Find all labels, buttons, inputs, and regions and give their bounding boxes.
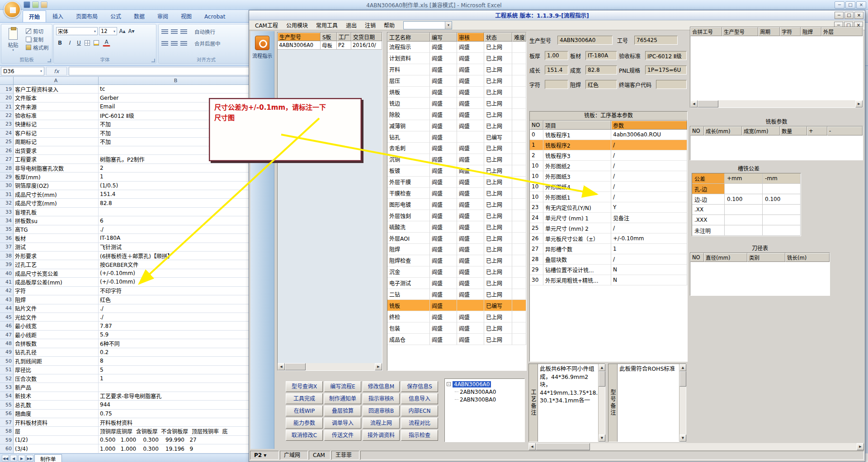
process-row[interactable]: 电子测试 阎盛 阎盛 已上网 <box>387 278 526 289</box>
cell-a[interactable]: 文件来源 <box>14 103 99 111</box>
scroll-right-icon[interactable]: ▶ <box>855 100 863 107</box>
ribbon-tab[interactable]: 公式 <box>104 10 127 22</box>
process-row[interactable]: 层压 阎盛 阎盛 已上网 <box>387 75 526 87</box>
tree-item[interactable]: 2ABN300BA0 <box>455 396 523 403</box>
cell-a[interactable]: 板材 <box>14 234 99 243</box>
cell-b[interactable]: 944 <box>99 401 253 409</box>
model-remark-scrollbar[interactable]: ▲ ▼ <box>679 364 686 442</box>
action-button[interactable]: 取消修改C <box>286 430 323 441</box>
scroll-right-icon[interactable]: ▶ <box>857 443 864 450</box>
col-no[interactable]: NO <box>690 253 704 262</box>
paste-button[interactable]: 粘贴 ▾ <box>3 26 23 58</box>
cell-b[interactable] <box>99 383 253 392</box>
param-row[interactable]: 23 有无内定位孔(Y/N) Y <box>530 202 687 213</box>
slot-tolerance-row[interactable]: .XX <box>692 205 801 215</box>
excel-vertical-scrollbar[interactable] <box>865 66 868 453</box>
copy-button[interactable]: 复制 <box>24 35 51 43</box>
menu-item[interactable]: CAM工程 <box>251 20 282 30</box>
ribbon-tab[interactable]: 视图 <box>175 10 198 22</box>
menu-item[interactable]: 帮助 <box>380 20 399 30</box>
status-network[interactable]: 广域网 <box>280 451 308 460</box>
cell-a[interactable]: 孔到线间距 <box>14 357 99 365</box>
cell-b[interactable]: 7.87 <box>99 322 253 330</box>
prev-sheet-icon[interactable]: ◀ <box>10 455 17 462</box>
cell-a[interactable]: (1/2) <box>14 436 99 444</box>
combine-hscrollbar[interactable]: ◀ ▶ <box>690 100 863 107</box>
row-number[interactable]: 31 <box>0 190 14 199</box>
scroll-up-icon[interactable]: ▲ <box>599 364 605 371</box>
length-field[interactable]: 151.4 <box>545 65 568 75</box>
action-button[interactable]: 流程对比 <box>401 418 438 429</box>
row-number[interactable]: 45 <box>0 313 14 322</box>
scroll-thumb[interactable] <box>599 371 605 387</box>
param-row[interactable]: 26 单元板尺寸公差（±） +/-0.10mm <box>530 233 687 244</box>
ribbon-tab[interactable]: 数据 <box>127 10 151 22</box>
cell-a[interactable]: 光绘文件 <box>14 313 99 322</box>
row-number[interactable]: 34 <box>0 216 14 225</box>
action-button[interactable]: 调单导入 <box>324 418 361 429</box>
param-row[interactable]: 0 铣板程序1 4abn3006a0.ROU <box>530 130 687 140</box>
first-sheet-icon[interactable]: ◀◀ <box>2 455 9 462</box>
row-number[interactable]: 22 <box>0 111 14 120</box>
row-number[interactable]: 36 <box>0 234 14 243</box>
borders-icon[interactable] <box>85 40 90 46</box>
cell-b[interactable]: 1 <box>99 173 253 181</box>
cell-a[interactable]: 总孔数 <box>14 401 99 409</box>
scroll-thumb[interactable] <box>698 100 718 107</box>
model-field[interactable]: 4ABN3006A0 <box>557 36 613 45</box>
action-button[interactable]: 型号查询X <box>286 381 323 392</box>
scroll-thumb[interactable] <box>679 371 686 387</box>
row-number[interactable]: 33 <box>0 208 14 216</box>
row-number[interactable]: 37 <box>0 243 14 252</box>
row-number[interactable]: 28 <box>0 164 14 173</box>
scroll-thumb[interactable] <box>536 443 590 450</box>
row-number[interactable]: 57 <box>0 418 14 427</box>
status-cam[interactable]: CAM <box>309 451 330 460</box>
process-row[interactable]: 干膜检查 阎盛 阎盛 已上网 <box>387 188 526 199</box>
row-number[interactable]: 54 <box>0 392 14 401</box>
board-table-row[interactable]: 4ABN3006A0 母板 P2 2016/10/ <box>278 41 382 50</box>
scroll-left-icon[interactable]: ◀ <box>690 100 698 107</box>
material-field[interactable]: IT-180A <box>585 51 617 60</box>
minimize-button[interactable]: − <box>835 1 844 9</box>
cell-a[interactable]: 验收标准 <box>14 111 99 120</box>
col-length[interactable]: 成长(mm) <box>704 126 742 135</box>
column-header-a[interactable]: A <box>14 77 99 85</box>
col-diameter[interactable]: 直径(mm) <box>704 253 747 262</box>
ribbon-tab[interactable]: 审阅 <box>151 10 175 22</box>
cell-b[interactable]: 工艺要求-非导电树脂塞孔 <box>99 392 253 401</box>
cell-a[interactable]: 成品板厚公差(mm) <box>14 278 99 286</box>
craft-remark-scrollbar[interactable]: ▲ ▼ <box>598 364 605 442</box>
slot-tolerance-row[interactable]: 公差 +mm -mm <box>692 173 801 184</box>
board-list-hscrollbar[interactable]: ◀ ▶ <box>278 363 382 370</box>
cut-button[interactable]: 剪切 <box>24 27 51 35</box>
col-no[interactable]: NO <box>690 126 704 135</box>
col-outer[interactable]: 外层 <box>821 27 863 36</box>
process-row[interactable]: 外层干膜 阎盛 阎盛 已上网 <box>387 177 526 188</box>
process-row[interactable]: 减薄铜 阎盛 阎盛 已上网 <box>387 120 526 131</box>
wrap-text-button[interactable]: 自动换行 <box>194 28 215 35</box>
select-all-corner[interactable] <box>0 77 14 85</box>
process-row[interactable]: 二钻 阎盛 阎盛 已上网 <box>387 289 526 300</box>
mask-field[interactable]: 红色 <box>585 80 617 89</box>
param-row[interactable]: 30 外形采用粗铣+精铣... N <box>530 275 687 285</box>
process-row[interactable]: 流程指示 阎盛 阎盛 已上网 <box>387 42 526 53</box>
action-button[interactable]: 回退审核B <box>363 406 400 416</box>
cell-b[interactable]: 顶铜厚底铜厚 含铜板厚 不含铜板厚 顶层残铜率 底 <box>99 427 253 435</box>
align-middle-icon[interactable] <box>171 29 178 34</box>
cell-a[interactable]: 最小线宽 <box>14 322 99 330</box>
col-silkscreen[interactable]: 字符 <box>780 27 801 36</box>
param-row[interactable]: 29 钻槽位置不设计铣... N <box>530 265 687 275</box>
cell-a[interactable]: 工程要求 <box>14 155 99 163</box>
row-number[interactable]: 39 <box>0 260 14 269</box>
cell-a[interactable]: 板厚(mm) <box>14 173 99 181</box>
cell-a[interactable]: 周期标记 <box>14 138 99 146</box>
next-sheet-icon[interactable]: ▶ <box>18 455 25 462</box>
param-row[interactable]: 27 异形槽个数 1 <box>530 244 687 254</box>
slot-tolerance-row[interactable]: 边-边 0.100 0.100 <box>692 194 801 205</box>
flow-indicator-button[interactable]: 流程指示 <box>250 36 274 59</box>
cell-b[interactable]: 1.000 1.000 0.300 19.196 9 <box>99 444 253 453</box>
col-mask[interactable]: 阻焊 <box>801 27 821 36</box>
scroll-left-icon[interactable]: ◀ <box>528 443 536 450</box>
action-button[interactable]: 流程上网 <box>363 418 400 429</box>
